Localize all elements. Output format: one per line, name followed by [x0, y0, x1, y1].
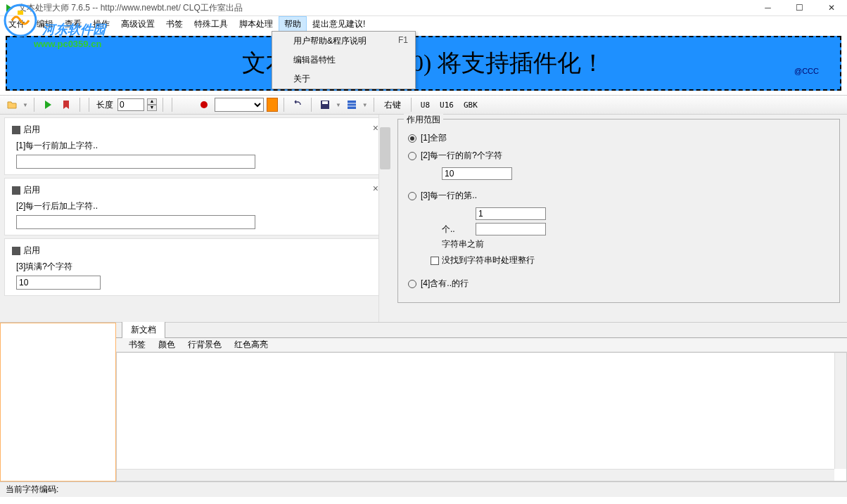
- rule-input-2[interactable]: [16, 215, 255, 229]
- save-icon: [319, 99, 331, 110]
- menu-edit[interactable]: 编辑: [31, 16, 59, 32]
- rules-panel: 启用 × [1]每一行前加上字符.. 启用 × [2]每一行后加上字符.. 启用…: [0, 115, 390, 322]
- maximize-button[interactable]: ☐: [784, 0, 815, 16]
- menu-advanced[interactable]: 高级设置: [115, 16, 160, 32]
- scope-opt-all[interactable]: [1]全部: [408, 132, 829, 144]
- file-list-panel[interactable]: [0, 323, 116, 482]
- scope-prefix-input[interactable]: [442, 167, 512, 180]
- grid-button[interactable]: [344, 97, 359, 112]
- rule-close-2[interactable]: ×: [373, 183, 378, 194]
- svg-rect-7: [348, 101, 356, 109]
- svg-marker-0: [6, 4, 13, 13]
- scope-nth-input2[interactable]: [476, 223, 546, 235]
- bookmark-toolbar-button[interactable]: [58, 97, 74, 112]
- sub-red-highlight[interactable]: 红色高亮: [234, 339, 268, 351]
- checkbox-icon: [12, 186, 20, 195]
- svg-point-4: [200, 101, 208, 108]
- rule-enable-1[interactable]: 启用: [12, 124, 377, 136]
- spin-up-icon[interactable]: ▲: [147, 98, 157, 105]
- menu-file[interactable]: 文件: [3, 16, 31, 32]
- encoding-u8[interactable]: U8: [417, 98, 433, 112]
- folder-open-icon: [6, 99, 18, 110]
- scope-panel: 作用范围 [1]全部 [2]每一行的前?个字符 [3]每一行的第.. 个.. 字…: [390, 115, 847, 322]
- undo-icon: [292, 99, 303, 110]
- scope-opt-nth[interactable]: [3]每一行的第..: [408, 190, 829, 202]
- play-icon: [42, 99, 53, 110]
- menu-script[interactable]: 脚本处理: [234, 16, 279, 32]
- length-label: 长度: [96, 99, 113, 111]
- grid-icon: [346, 99, 357, 110]
- scope-opt-prefix[interactable]: [2]每一行的前?个字符: [408, 150, 829, 162]
- banner: 文本处理大师(8.0) 将支持插件化！ @CCC: [6, 36, 841, 91]
- rule-label-1: [1]每一行前加上字符..: [16, 140, 377, 152]
- close-button[interactable]: ✕: [815, 0, 847, 16]
- tab-new-doc[interactable]: 新文档: [122, 321, 165, 338]
- menu-feedback[interactable]: 提出意见建议!: [307, 16, 371, 32]
- checkbox-icon: [12, 247, 20, 255]
- dropdown-arrow-icon[interactable]: ▼: [336, 102, 341, 108]
- sub-bookmark[interactable]: 书签: [129, 339, 146, 351]
- save-button[interactable]: [317, 97, 333, 112]
- checkbox-icon: [12, 126, 20, 134]
- scope-nth-input1[interactable]: [476, 207, 546, 220]
- length-spinner[interactable]: ▲ ▼: [147, 98, 157, 111]
- editor-scrollbar-h[interactable]: [117, 469, 834, 481]
- editor-sub-toolbar: 书签 颜色 行背景色 红色高亮: [116, 338, 847, 352]
- menu-action[interactable]: 操作: [87, 16, 115, 32]
- banner-ccc: @CCC: [794, 67, 819, 75]
- menu-special[interactable]: 特殊工具: [189, 16, 234, 32]
- text-editor[interactable]: [116, 352, 847, 482]
- undo-button[interactable]: [290, 97, 305, 112]
- menu-help[interactable]: 帮助: [279, 16, 307, 32]
- checkbox-icon: [431, 257, 439, 265]
- app-icon: [4, 3, 14, 13]
- document-tabs: 新文档: [116, 323, 847, 338]
- dd-about[interactable]: 关于: [272, 70, 415, 89]
- radio-icon: [408, 192, 416, 200]
- rule-close-1[interactable]: ×: [373, 122, 378, 134]
- rule-enable-3[interactable]: 启用: [12, 245, 377, 257]
- orange-button[interactable]: [267, 98, 278, 112]
- help-dropdown: 用户帮助&程序说明 F1 编辑器特性 关于: [272, 31, 416, 89]
- encoding-u16[interactable]: U16: [436, 98, 457, 112]
- dropdown-arrow-icon[interactable]: ▼: [23, 102, 28, 108]
- rule-enable-2[interactable]: 启用: [12, 184, 377, 196]
- rule-input-1[interactable]: [16, 155, 255, 169]
- toolbar-select[interactable]: [215, 98, 264, 112]
- rule-label-3: [3]填满?个字符: [16, 261, 377, 273]
- scope-unit-label: 个..: [442, 224, 470, 235]
- right-key-button[interactable]: 右键: [380, 98, 405, 112]
- open-button[interactable]: [4, 97, 20, 112]
- menu-view[interactable]: 查看: [59, 16, 87, 32]
- editor-scrollbar-v[interactable]: [834, 353, 846, 469]
- red-dot-button[interactable]: [196, 97, 212, 112]
- red-circle-icon: [198, 99, 210, 110]
- bookmark-icon: [60, 99, 72, 110]
- sub-color[interactable]: 颜色: [158, 339, 175, 351]
- menubar: 文件 编辑 查看 操作 高级设置 书签 特殊工具 脚本处理 帮助 提出意见建议!: [0, 16, 847, 32]
- rules-scrollbar[interactable]: [378, 115, 390, 322]
- scope-opt-contains[interactable]: [4]含有..的行: [408, 278, 829, 290]
- minimize-button[interactable]: ─: [752, 0, 784, 16]
- encoding-gbk[interactable]: GBK: [460, 98, 481, 112]
- window-title: 文本处理大师 7.6.5 -- http://www.newbt.net/ CL…: [18, 2, 752, 14]
- scope-legend: 作用范围: [404, 114, 443, 126]
- dropdown-arrow-icon[interactable]: ▼: [362, 102, 368, 108]
- dd-label: 用户帮助&程序说明: [293, 35, 367, 47]
- blank-button-1[interactable]: [178, 97, 193, 112]
- scope-before-label: 字符串之前: [442, 238, 484, 250]
- length-input[interactable]: [117, 98, 144, 111]
- spin-down-icon[interactable]: ▼: [147, 105, 157, 111]
- play-button[interactable]: [40, 97, 56, 112]
- bottom-area: 新文档 书签 颜色 行背景色 红色高亮: [0, 322, 847, 482]
- banner-area: 文本处理大师(8.0) 将支持插件化！ @CCC: [0, 32, 847, 95]
- rule-block-3: 启用 [3]填满?个字符: [4, 238, 385, 296]
- svg-marker-3: [45, 101, 51, 109]
- dd-user-help[interactable]: 用户帮助&程序说明 F1: [272, 32, 415, 51]
- sub-line-bg[interactable]: 行背景色: [188, 339, 222, 351]
- rule-input-3[interactable]: [16, 276, 101, 290]
- rule-label-2: [2]每一行后加上字符..: [16, 200, 377, 212]
- menu-bookmark[interactable]: 书签: [160, 16, 189, 32]
- dd-editor-features[interactable]: 编辑器特性: [272, 51, 415, 70]
- scope-notfound-check[interactable]: 没找到字符串时处理整行: [431, 254, 829, 266]
